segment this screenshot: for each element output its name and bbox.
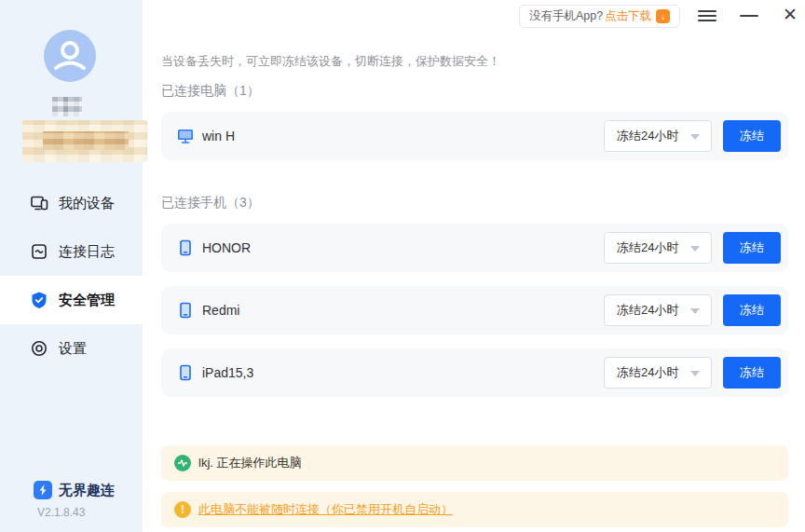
freeze-duration-value: 冻结24小时 <box>617 295 678 325</box>
download-app-button[interactable]: 没有手机App? 点击下载 ↓ <box>519 5 680 28</box>
user-avatar-icon[interactable] <box>44 30 96 82</box>
sidebar: 我的设备 连接日志 安全管理 <box>0 0 143 532</box>
freeze-button[interactable]: 冻结 <box>723 294 781 326</box>
chevron-down-icon <box>690 371 700 376</box>
freeze-duration-value: 冻结24小时 <box>617 358 678 388</box>
activity-icon <box>174 455 191 471</box>
freeze-duration-value: 冻结24小时 <box>617 233 678 263</box>
phone-icon <box>176 301 195 320</box>
app-window: 我的设备 连接日志 安全管理 <box>0 0 805 532</box>
app-logo-icon <box>34 481 52 499</box>
chevron-down-icon <box>690 246 700 252</box>
warning-notification: ! 此电脑不能被随时连接（你已禁用开机自启动） <box>161 492 788 527</box>
freeze-duration-select[interactable]: 冻结24小时 <box>604 357 712 389</box>
device-row-phone: Redmi 冻结24小时 冻结 <box>161 286 788 334</box>
freeze-duration-value: 冻结24小时 <box>617 121 678 151</box>
brand: 无界趣连 <box>0 481 143 499</box>
device-name: win H <box>202 112 235 160</box>
warning-icon: ! <box>174 501 191 518</box>
settings-icon <box>30 339 48 358</box>
close-button[interactable]: ✕ <box>779 2 801 28</box>
freeze-duration-select[interactable]: 冻结24小时 <box>604 294 712 326</box>
device-name: Redmi <box>202 286 239 334</box>
freeze-button[interactable]: 冻结 <box>723 357 781 389</box>
app-name: 无界趣连 <box>59 482 115 499</box>
connection-log-icon <box>30 242 48 261</box>
phone-icon <box>176 363 195 382</box>
device-row-computer: win H 冻结24小时 冻结 <box>161 112 788 160</box>
shield-check-icon <box>30 291 48 309</box>
app-version: V2.1.8.43 <box>0 506 143 519</box>
freeze-duration-select[interactable]: 冻结24小时 <box>604 120 712 152</box>
sidebar-item-label: 设置 <box>59 340 87 358</box>
sidebar-menu: 我的设备 连接日志 安全管理 <box>0 179 143 373</box>
sidebar-item-connection-log[interactable]: 连接日志 <box>0 227 143 276</box>
activity-notification: lkj. 正在操作此电脑 <box>161 445 788 481</box>
sidebar-item-security[interactable]: 安全管理 <box>0 276 143 324</box>
sidebar-item-label: 我的设备 <box>59 195 115 212</box>
sidebar-item-label: 安全管理 <box>59 292 115 309</box>
download-link: 点击下载 <box>605 8 651 24</box>
download-icon: ↓ <box>656 9 670 23</box>
computer-icon <box>176 127 195 145</box>
minimize-button[interactable] <box>740 7 758 24</box>
freeze-duration-select[interactable]: 冻结24小时 <box>604 232 712 264</box>
warning-link[interactable]: 此电脑不能被随时连接（你已禁用开机自启动） <box>198 501 453 518</box>
activity-text: lkj. 正在操作此电脑 <box>198 455 302 471</box>
no-app-text: 没有手机App? <box>529 8 603 24</box>
blurred-username <box>52 97 82 116</box>
chevron-down-icon <box>690 134 700 140</box>
sidebar-footer: 无界趣连 V2.1.8.43 <box>0 481 143 519</box>
freeze-button[interactable]: 冻结 <box>723 120 781 152</box>
chevron-down-icon <box>690 308 700 314</box>
menu-button[interactable] <box>698 7 716 24</box>
phone-section-title: 已连接手机（3） <box>161 195 260 211</box>
blurred-banner <box>22 120 147 162</box>
sidebar-item-label: 连接日志 <box>59 243 115 261</box>
device-row-phone: HONOR 冻结24小时 冻结 <box>161 224 788 272</box>
freeze-button[interactable]: 冻结 <box>723 232 781 264</box>
device-name: HONOR <box>202 224 251 272</box>
devices-icon <box>30 194 48 212</box>
device-row-phone: iPad15,3 冻结24小时 冻结 <box>161 348 788 397</box>
sidebar-item-settings[interactable]: 设置 <box>0 324 143 373</box>
phone-icon <box>176 239 195 257</box>
security-tip: 当设备丢失时，可立即冻结该设备，切断连接，保护数据安全！ <box>161 53 500 70</box>
device-name: iPad15,3 <box>202 348 253 397</box>
sidebar-item-my-devices[interactable]: 我的设备 <box>0 179 143 227</box>
computer-section-title: 已连接电脑（1） <box>161 83 260 100</box>
